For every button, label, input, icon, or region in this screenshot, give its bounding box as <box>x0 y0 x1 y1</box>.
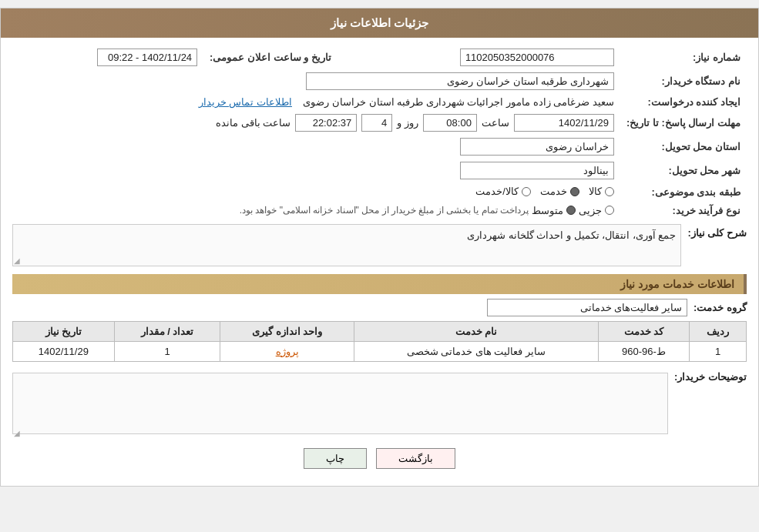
resize-icon: ◢ <box>14 256 20 265</box>
announce-value: 1402/11/24 - 09:22 <box>12 45 203 69</box>
city-value: بینالود <box>12 159 620 182</box>
page-title: جزئیات اطلاعات نیاز <box>331 16 428 29</box>
buyer-org-label: نام دستگاه خریدار: <box>620 69 747 93</box>
general-desc-value: جمع آوری، انتقال، تکمیل و احداث گلخانه ش… <box>12 224 681 266</box>
category-options: کالا خدمت کالا/خدمت <box>12 182 620 202</box>
need-number-label: شماره نیاز: <box>620 45 747 69</box>
service-group-label: گروه خدمت: <box>694 302 747 313</box>
radio-motavvaset-icon <box>566 206 576 215</box>
contact-link[interactable]: اطلاعات تماس خریدار <box>199 96 292 108</box>
buyer-org-value: شهرداری طرقبه استان خراسان رضوی <box>12 69 620 93</box>
service-group-row: گروه خدمت: سایر فعالیت‌های خدماتی <box>12 299 747 316</box>
creator-label: ایجاد کننده درخواست: <box>620 93 747 111</box>
buyer-resize-icon: ◢ <box>14 429 20 437</box>
category-khedmat[interactable]: خدمت <box>540 186 579 197</box>
col-unit: واحد اندازه گیری <box>220 321 354 341</box>
radio-khedmat-icon <box>570 187 579 196</box>
purchase-type-row: جزیی متوسط پرداخت تمام یا بخشی از مبلغ خ… <box>12 202 620 219</box>
buyer-desc-section: توضیحات خریدار: ◢ <box>12 368 747 439</box>
col-count: تعداد / مقدار <box>114 321 220 341</box>
general-desc-section: شرح کلی نیاز: جمع آوری، انتقال، تکمیل و … <box>12 224 747 266</box>
purchase-jozi[interactable]: جزیی <box>579 205 614 216</box>
deadline-row: 1402/11/29 ساعت 08:00 روز و 4 22:02:37 س… <box>12 111 620 135</box>
table-row: 1 ط-96-960 سایر فعالیت های خدماتی شخصی پ… <box>13 341 747 361</box>
buyer-desc-value <box>12 373 668 434</box>
radio-jozi-icon <box>605 206 614 215</box>
services-section-title: اطلاعات خدمات مورد نیاز <box>12 274 747 294</box>
page-header: جزئیات اطلاعات نیاز <box>1 8 758 38</box>
need-number-value: 1102050352000076 <box>338 45 620 69</box>
city-label: شهر محل تحویل: <box>620 159 747 182</box>
back-button[interactable]: بازگشت <box>376 448 455 469</box>
cell-date: 1402/11/29 <box>13 341 115 361</box>
creator-value: سعید ضرغامی زاده مامور اجرائیات شهرداری … <box>12 93 620 111</box>
purchase-note: پرداخت تمام یا بخشی از مبلغ خریدار از مح… <box>240 205 529 216</box>
announce-label: تاریخ و ساعت اعلان عمومی: <box>203 45 338 69</box>
col-date: تاریخ نیاز <box>13 321 115 341</box>
col-name: نام خدمت <box>354 321 599 341</box>
cell-name: سایر فعالیت های خدماتی شخصی <box>354 341 599 361</box>
print-button[interactable]: چاپ <box>304 448 367 469</box>
deadline-label: مهلت ارسال پاسخ: تا تاریخ: <box>620 111 747 135</box>
cell-count: 1 <box>114 341 220 361</box>
general-desc-container: جمع آوری، انتقال، تکمیل و احداث گلخانه ش… <box>12 224 681 266</box>
province-label: استان محل تحویل: <box>620 135 747 159</box>
radio-kala-khedmat-icon <box>522 187 531 196</box>
general-desc-label: شرح کلی نیاز: <box>687 224 747 239</box>
services-table: ردیف کد خدمت نام خدمت واحد اندازه گیری ت… <box>12 321 747 362</box>
cell-unit: پروژه <box>220 341 354 361</box>
category-label: طبقه بندی موضوعی: <box>620 182 747 202</box>
action-buttons: بازگشت چاپ <box>12 439 747 478</box>
cell-code: ط-96-960 <box>598 341 689 361</box>
radio-kala-icon <box>605 187 614 196</box>
category-kala-khedmat[interactable]: کالا/خدمت <box>475 186 531 197</box>
service-group-value: سایر فعالیت‌های خدماتی <box>487 299 687 316</box>
buyer-desc-container: ◢ <box>12 368 668 439</box>
purchase-type-label: نوع فرآیند خرید: <box>620 202 747 219</box>
buyer-desc-label: توضیحات خریدار: <box>674 368 747 383</box>
province-value: خراسان رضوی <box>12 135 620 159</box>
col-code: کد خدمت <box>598 321 689 341</box>
col-row: ردیف <box>690 321 747 341</box>
category-kala[interactable]: کالا <box>589 186 614 197</box>
cell-row: 1 <box>690 341 747 361</box>
purchase-motavvaset[interactable]: متوسط <box>532 205 576 216</box>
